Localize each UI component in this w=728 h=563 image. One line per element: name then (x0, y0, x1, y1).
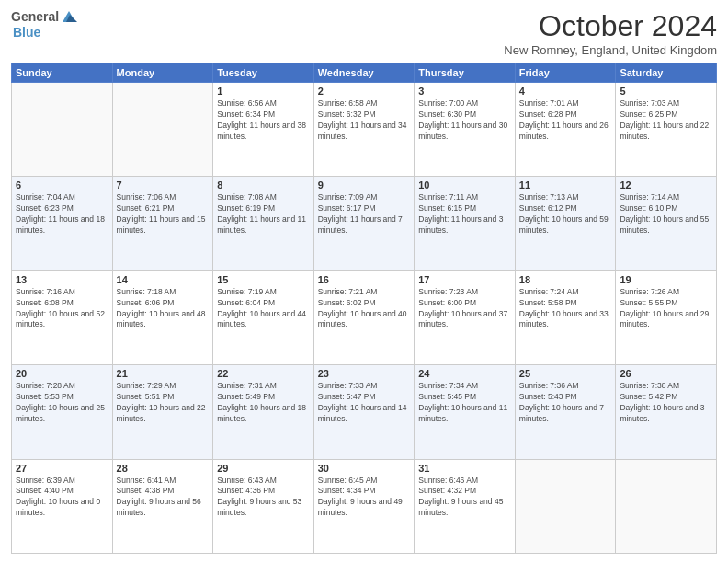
calendar-day-cell: 7Sunrise: 7:06 AMSunset: 6:21 PMDaylight… (112, 177, 213, 270)
calendar-day-cell (616, 459, 717, 553)
day-detail: Sunrise: 7:33 AMSunset: 5:47 PMDaylight:… (318, 381, 411, 425)
calendar-day-cell: 2Sunrise: 6:58 AMSunset: 6:32 PMDaylight… (313, 83, 415, 177)
calendar-day-cell: 1Sunrise: 6:56 AMSunset: 6:34 PMDaylight… (213, 83, 314, 177)
day-detail: Sunrise: 6:39 AMSunset: 4:40 PMDaylight:… (16, 476, 108, 520)
calendar-day-cell: 3Sunrise: 7:00 AMSunset: 6:30 PMDaylight… (415, 83, 516, 177)
day-detail: Sunrise: 7:26 AMSunset: 5:55 PMDaylight:… (620, 287, 712, 331)
calendar-day-cell: 16Sunrise: 7:21 AMSunset: 6:02 PMDayligh… (313, 270, 415, 364)
calendar-day-cell: 23Sunrise: 7:33 AMSunset: 5:47 PMDayligh… (313, 365, 415, 459)
day-number: 28 (117, 463, 210, 474)
calendar-week-row: 1Sunrise: 6:56 AMSunset: 6:34 PMDaylight… (12, 83, 717, 177)
logo-blue-text: Blue (13, 25, 40, 40)
day-detail: Sunrise: 7:14 AMSunset: 6:10 PMDaylight:… (620, 192, 712, 236)
day-number: 13 (16, 274, 108, 285)
calendar-day-cell: 27Sunrise: 6:39 AMSunset: 4:40 PMDayligh… (12, 459, 113, 553)
col-sunday: Sunday (12, 63, 113, 83)
day-detail: Sunrise: 7:38 AMSunset: 5:42 PMDaylight:… (620, 381, 712, 425)
day-number: 14 (117, 274, 210, 285)
calendar-day-cell: 8Sunrise: 7:08 AMSunset: 6:19 PMDaylight… (213, 177, 314, 270)
calendar-day-cell: 29Sunrise: 6:43 AMSunset: 4:36 PMDayligh… (213, 459, 314, 553)
day-detail: Sunrise: 7:19 AMSunset: 6:04 PMDaylight:… (217, 287, 310, 331)
calendar-day-cell: 15Sunrise: 7:19 AMSunset: 6:04 PMDayligh… (213, 270, 314, 364)
day-number: 29 (217, 463, 310, 474)
col-thursday: Thursday (415, 63, 516, 83)
day-number: 20 (16, 368, 108, 379)
day-number: 16 (318, 274, 411, 285)
day-number: 15 (217, 274, 310, 285)
calendar-day-cell: 22Sunrise: 7:31 AMSunset: 5:49 PMDayligh… (213, 365, 314, 459)
day-detail: Sunrise: 7:31 AMSunset: 5:49 PMDaylight:… (217, 381, 310, 425)
calendar-day-cell: 24Sunrise: 7:34 AMSunset: 5:45 PMDayligh… (415, 365, 516, 459)
title-block: October 2024 New Romney, England, United… (504, 9, 717, 57)
day-number: 5 (620, 86, 712, 97)
day-number: 11 (519, 179, 612, 190)
day-number: 12 (620, 179, 712, 190)
day-detail: Sunrise: 7:03 AMSunset: 6:25 PMDaylight:… (620, 98, 712, 143)
day-number: 31 (418, 463, 511, 474)
day-detail: Sunrise: 7:24 AMSunset: 5:58 PMDaylight:… (519, 287, 612, 331)
day-detail: Sunrise: 7:18 AMSunset: 6:06 PMDaylight:… (117, 287, 210, 331)
day-number: 18 (519, 274, 612, 285)
calendar-week-row: 6Sunrise: 7:04 AMSunset: 6:23 PMDaylight… (12, 177, 717, 270)
day-detail: Sunrise: 6:41 AMSunset: 4:38 PMDaylight:… (117, 476, 210, 520)
day-detail: Sunrise: 7:16 AMSunset: 6:08 PMDaylight:… (16, 287, 108, 331)
day-number: 19 (620, 274, 712, 285)
calendar-day-cell: 18Sunrise: 7:24 AMSunset: 5:58 PMDayligh… (515, 270, 616, 364)
calendar-day-cell: 26Sunrise: 7:38 AMSunset: 5:42 PMDayligh… (616, 365, 717, 459)
day-number: 17 (418, 274, 511, 285)
day-detail: Sunrise: 7:36 AMSunset: 5:43 PMDaylight:… (519, 381, 612, 425)
day-number: 24 (418, 368, 511, 379)
day-number: 8 (217, 179, 310, 190)
day-number: 30 (318, 463, 411, 474)
calendar-day-cell (12, 83, 113, 177)
calendar-day-cell: 19Sunrise: 7:26 AMSunset: 5:55 PMDayligh… (616, 270, 717, 364)
day-detail: Sunrise: 7:08 AMSunset: 6:19 PMDaylight:… (217, 192, 310, 236)
calendar-day-cell: 31Sunrise: 6:46 AMSunset: 4:32 PMDayligh… (415, 459, 516, 553)
calendar-week-row: 27Sunrise: 6:39 AMSunset: 4:40 PMDayligh… (12, 459, 717, 553)
day-number: 7 (117, 179, 210, 190)
calendar-day-cell: 21Sunrise: 7:29 AMSunset: 5:51 PMDayligh… (112, 365, 213, 459)
day-number: 26 (620, 368, 712, 379)
day-detail: Sunrise: 7:06 AMSunset: 6:21 PMDaylight:… (117, 192, 210, 236)
calendar-day-cell: 28Sunrise: 6:41 AMSunset: 4:38 PMDayligh… (112, 459, 213, 553)
calendar-header-row: Sunday Monday Tuesday Wednesday Thursday… (12, 63, 717, 83)
logo: General Blue (11, 9, 77, 40)
day-number: 4 (519, 86, 612, 97)
month-title: October 2024 (504, 9, 717, 43)
calendar-day-cell: 11Sunrise: 7:13 AMSunset: 6:12 PMDayligh… (515, 177, 616, 270)
calendar-day-cell (112, 83, 213, 177)
day-detail: Sunrise: 7:01 AMSunset: 6:28 PMDaylight:… (519, 98, 612, 143)
day-detail: Sunrise: 7:28 AMSunset: 5:53 PMDaylight:… (16, 381, 108, 425)
day-detail: Sunrise: 7:11 AMSunset: 6:15 PMDaylight:… (418, 192, 511, 236)
location: New Romney, England, United Kingdom (504, 43, 717, 57)
day-number: 2 (318, 86, 411, 97)
day-detail: Sunrise: 6:45 AMSunset: 4:34 PMDaylight:… (318, 476, 411, 520)
calendar-day-cell (515, 459, 616, 553)
calendar-table: Sunday Monday Tuesday Wednesday Thursday… (11, 63, 717, 554)
page-header: General Blue October 2024 New Romney, En… (11, 9, 717, 57)
day-detail: Sunrise: 6:46 AMSunset: 4:32 PMDaylight:… (418, 476, 511, 520)
calendar-day-cell: 30Sunrise: 6:45 AMSunset: 4:34 PMDayligh… (313, 459, 415, 553)
calendar-day-cell: 10Sunrise: 7:11 AMSunset: 6:15 PMDayligh… (415, 177, 516, 270)
day-number: 6 (16, 179, 108, 190)
calendar-day-cell: 6Sunrise: 7:04 AMSunset: 6:23 PMDaylight… (12, 177, 113, 270)
day-number: 9 (318, 179, 411, 190)
col-tuesday: Tuesday (213, 63, 314, 83)
calendar-day-cell: 20Sunrise: 7:28 AMSunset: 5:53 PMDayligh… (12, 365, 113, 459)
day-number: 10 (418, 179, 511, 190)
calendar-day-cell: 4Sunrise: 7:01 AMSunset: 6:28 PMDaylight… (515, 83, 616, 177)
day-detail: Sunrise: 7:04 AMSunset: 6:23 PMDaylight:… (16, 192, 108, 236)
day-number: 27 (16, 463, 108, 474)
logo-text: General (11, 9, 59, 24)
day-number: 22 (217, 368, 310, 379)
calendar-day-cell: 13Sunrise: 7:16 AMSunset: 6:08 PMDayligh… (12, 270, 113, 364)
calendar-week-row: 13Sunrise: 7:16 AMSunset: 6:08 PMDayligh… (12, 270, 717, 364)
day-detail: Sunrise: 7:13 AMSunset: 6:12 PMDaylight:… (519, 192, 612, 236)
day-number: 23 (318, 368, 411, 379)
calendar-day-cell: 17Sunrise: 7:23 AMSunset: 6:00 PMDayligh… (415, 270, 516, 364)
day-detail: Sunrise: 6:56 AMSunset: 6:34 PMDaylight:… (217, 98, 310, 143)
day-detail: Sunrise: 7:09 AMSunset: 6:17 PMDaylight:… (318, 192, 411, 236)
calendar-day-cell: 12Sunrise: 7:14 AMSunset: 6:10 PMDayligh… (616, 177, 717, 270)
day-number: 25 (519, 368, 612, 379)
day-detail: Sunrise: 7:00 AMSunset: 6:30 PMDaylight:… (418, 98, 511, 143)
